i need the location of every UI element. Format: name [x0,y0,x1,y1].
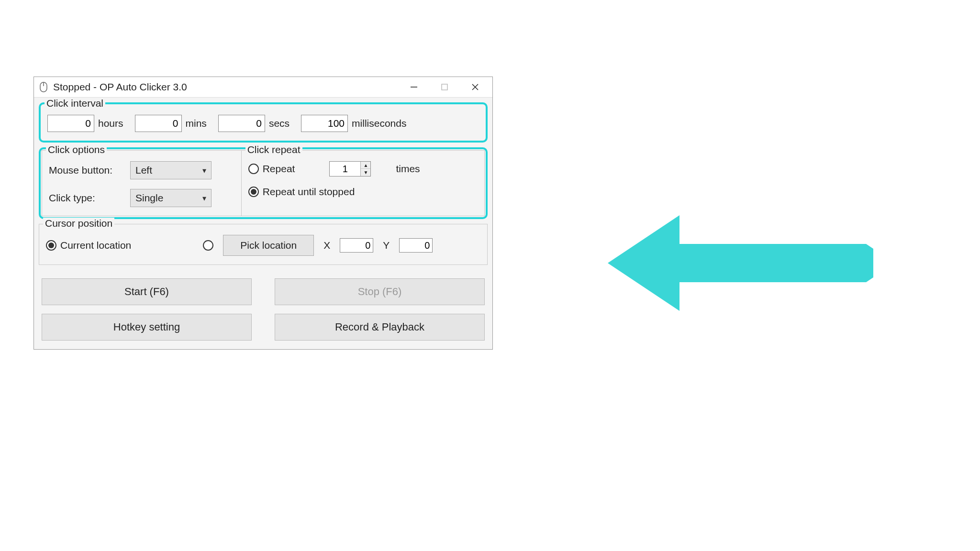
minimize-button[interactable] [399,77,429,97]
stop-button[interactable]: Stop (F6) [275,278,485,305]
click-type-value: Single [135,192,163,204]
mouse-button-value: Left [135,165,152,176]
pick-location-radio[interactable] [203,240,213,251]
spinner-down-icon[interactable]: ▼ [361,169,370,176]
interval-mins-input[interactable] [135,115,182,132]
window-title: Stopped - OP Auto Clicker 3.0 [53,81,187,93]
chevron-down-icon: ▾ [202,166,206,175]
chevron-down-icon: ▾ [202,194,206,203]
mouse-button-label: Mouse button: [49,165,130,176]
close-button[interactable] [460,77,490,97]
repeat-until-stopped-label: Repeat until stopped [263,186,355,198]
maximize-button[interactable] [429,77,460,97]
click-repeat-legend: Click repeat [245,144,302,155]
interval-hours-input[interactable] [47,115,94,132]
click-interval-group: Click interval hours mins secs milliseco… [39,102,488,143]
current-location-label: Current location [60,240,131,251]
interval-secs-input[interactable] [218,115,265,132]
hotkey-setting-button[interactable]: Hotkey setting [42,314,252,341]
pick-location-button[interactable]: Pick location [223,235,314,256]
hours-label: hours [98,118,123,129]
interval-ms-input[interactable] [301,115,348,132]
click-options-group: Click options Mouse button: Left ▾ Click… [42,150,241,216]
titlebar: Stopped - OP Auto Clicker 3.0 [34,77,492,98]
secs-label: secs [269,118,290,129]
svg-rect-3 [442,84,447,90]
cursor-position-legend: Cursor position [43,218,114,229]
repeat-until-stopped-radio[interactable]: Repeat until stopped [248,186,355,198]
app-window: Stopped - OP Auto Clicker 3.0 Click inte… [33,77,493,350]
cursor-position-group: Cursor position Current location Pick lo… [39,224,488,265]
annotation-arrow-left-icon [608,210,876,318]
click-repeat-group: Click repeat Repeat ▲ ▼ [241,150,485,216]
click-type-label: Click type: [49,192,130,204]
cursor-x-input[interactable] [340,238,373,253]
click-type-select[interactable]: Single ▾ [130,189,212,207]
spinner-up-icon[interactable]: ▲ [361,162,370,169]
repeat-count-spinner[interactable]: ▲ ▼ [329,161,371,176]
mins-label: mins [186,118,207,129]
start-button[interactable]: Start (F6) [42,278,252,305]
x-label: X [323,240,330,251]
ms-label: milliseconds [352,118,406,129]
svg-rect-7 [679,244,866,282]
record-playback-button[interactable]: Record & Playback [275,314,485,341]
click-interval-legend: Click interval [45,98,105,109]
mouse-icon [39,81,48,93]
repeat-count-input[interactable] [330,162,360,176]
current-location-radio[interactable]: Current location [46,240,131,251]
mouse-button-select[interactable]: Left ▾ [130,161,212,179]
repeat-label: Repeat [263,163,295,175]
y-label: Y [383,240,390,251]
repeat-n-times-radio[interactable]: Repeat [248,163,295,175]
cursor-y-input[interactable] [399,238,433,253]
times-label: times [396,163,420,175]
click-options-legend: Click options [46,144,107,155]
